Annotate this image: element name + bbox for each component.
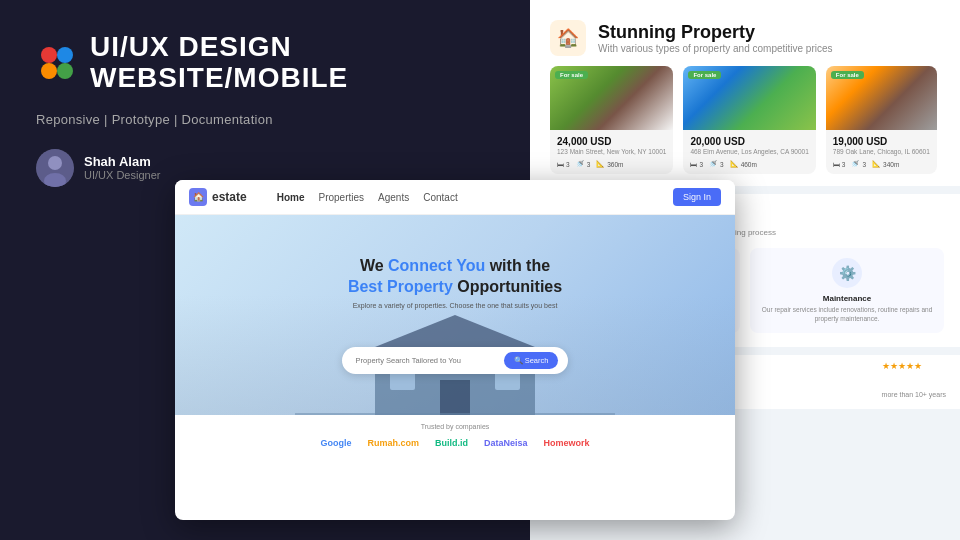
property-features-3: 🛏3 🚿3 📐340m	[833, 160, 930, 168]
nav-agents[interactable]: Agents	[378, 192, 409, 203]
property-address-1: 123 Main Street, New York, NY 10001	[557, 148, 666, 156]
property-card-1[interactable]: For sale 24,000 USD 123 Main Street, New…	[550, 66, 673, 174]
hero-text: We Connect You with the Best Property Op…	[348, 256, 562, 339]
size-1: 📐360m	[596, 160, 623, 168]
nav-properties[interactable]: Properties	[318, 192, 364, 203]
brand-google: Google	[320, 438, 351, 448]
hero-subtext: Explore a variety of properties. Choose …	[348, 302, 562, 309]
baths-3: 🚿3	[851, 160, 866, 168]
stunning-icon: 🏠	[550, 20, 586, 56]
brand-name: estate	[212, 190, 247, 204]
stunning-title: Stunning Property	[598, 22, 833, 43]
signin-button[interactable]: Sign In	[673, 188, 721, 206]
property-price-3: 19,000 USD	[833, 136, 930, 147]
property-img-2: For sale	[683, 66, 815, 130]
author-role: UI/UX Designer	[84, 169, 160, 181]
property-price-2: 20,000 USD	[690, 136, 808, 147]
title-line2: WEBSITE/MOBILE	[90, 63, 348, 94]
svg-rect-13	[295, 413, 615, 415]
svg-point-2	[41, 63, 57, 79]
brand-build: Build.id	[435, 438, 468, 448]
for-sale-badge-1: For sale	[555, 71, 588, 79]
for-sale-badge-3: For sale	[831, 71, 864, 79]
property-address-2: 468 Elm Avenue, Los Angeles, CA 90001	[690, 148, 808, 156]
property-img-3: For sale	[826, 66, 937, 130]
stunning-title-block: Stunning Property With various types of …	[598, 22, 833, 54]
hero-search[interactable]: 🔍 Search	[342, 347, 569, 374]
title-block: UI/UX DESIGN WEBSITE/MOBILE	[90, 32, 348, 94]
property-card-2[interactable]: For sale 20,000 USD 468 Elm Avenue, Los …	[683, 66, 815, 174]
for-sale-badge-2: For sale	[688, 71, 721, 79]
property-card-info-3: 19,000 USD 789 Oak Lane, Chicago, IL 606…	[826, 130, 937, 174]
svg-point-5	[48, 156, 62, 170]
rating-stars: ★★★★★	[882, 361, 922, 371]
beds-1: 🛏3	[557, 160, 570, 168]
mockup-brands: Google Rumah.com Build.id DataNeisa Home…	[175, 434, 735, 452]
trusted-label: Trusted by companies	[175, 415, 735, 434]
nav-home[interactable]: Home	[277, 192, 305, 203]
property-cards: For sale 24,000 USD 123 Main Street, New…	[550, 66, 940, 174]
baths-2: 🚿3	[709, 160, 724, 168]
property-features-2: 🛏3 🚿3 📐460m	[690, 160, 808, 168]
property-img-1: For sale	[550, 66, 673, 130]
title-line1: UI/UX DESIGN	[90, 32, 348, 63]
website-mockup: 🏠 estate Home Properties Agents Contact …	[175, 180, 735, 520]
svg-rect-10	[440, 380, 470, 415]
logo-icon	[36, 42, 78, 84]
baths-1: 🚿3	[576, 160, 591, 168]
mockup-nav: 🏠 estate Home Properties Agents Contact …	[175, 180, 735, 215]
brand-icon: 🏠	[189, 188, 207, 206]
author-avatar	[36, 149, 74, 187]
size-2: 📐460m	[730, 160, 757, 168]
property-price-1: 24,000 USD	[557, 136, 666, 147]
author-info: Shah Alam UI/UX Designer	[84, 154, 160, 181]
mockup-nav-links: Home Properties Agents Contact	[277, 192, 657, 203]
hero-heading: We Connect You with the Best Property Op…	[348, 256, 562, 298]
size-3: 📐340m	[872, 160, 899, 168]
property-card-info-1: 24,000 USD 123 Main Street, New York, NY…	[550, 130, 673, 174]
rating-block: ★★★★★ more than 10+ years	[882, 365, 946, 393]
nav-contact[interactable]: Contact	[423, 192, 457, 203]
svg-point-0	[41, 47, 57, 63]
svg-point-3	[57, 63, 73, 79]
brand-rumah: Rumah.com	[367, 438, 419, 448]
subtitle: Reponsive | Prototype | Documentation	[36, 112, 494, 127]
property-card-info-2: 20,000 USD 468 Elm Avenue, Los Angeles, …	[683, 130, 815, 174]
beds-3: 🛏3	[833, 160, 846, 168]
mockup-brand: 🏠 estate	[189, 188, 247, 206]
stunning-section: 🏠 Stunning Property With various types o…	[530, 0, 960, 186]
beds-2: 🛏3	[690, 160, 703, 168]
property-card-3[interactable]: For sale 19,000 USD 789 Oak Lane, Chicag…	[826, 66, 937, 174]
mockup-hero: We Connect You with the Best Property Op…	[175, 215, 735, 415]
property-features-1: 🛏3 🚿3 📐360m	[557, 160, 666, 168]
rating-text: more than 10+ years	[882, 391, 946, 398]
maintenance-desc: Our repair services include renovations,…	[760, 306, 934, 323]
logo-area: UI/UX DESIGN WEBSITE/MOBILE	[36, 32, 494, 94]
stunning-header: 🏠 Stunning Property With various types o…	[550, 20, 940, 56]
service-card-maintenance[interactable]: ⚙️ Maintenance Our repair services inclu…	[750, 248, 944, 333]
property-address-3: 789 Oak Lane, Chicago, IL 60601	[833, 148, 930, 156]
hero-search-button[interactable]: 🔍 Search	[504, 352, 559, 369]
author-name: Shah Alam	[84, 154, 160, 169]
svg-point-1	[57, 47, 73, 63]
hero-search-input[interactable]	[356, 356, 496, 365]
left-panel: UI/UX DESIGN WEBSITE/MOBILE Reponsive | …	[0, 0, 530, 540]
brand-homework: Homework	[544, 438, 590, 448]
brand-dataneisa: DataNeisa	[484, 438, 528, 448]
maintenance-title: Maintenance	[760, 294, 934, 303]
maintenance-icon: ⚙️	[832, 258, 862, 288]
stunning-sub: With various types of property and compe…	[598, 43, 833, 54]
